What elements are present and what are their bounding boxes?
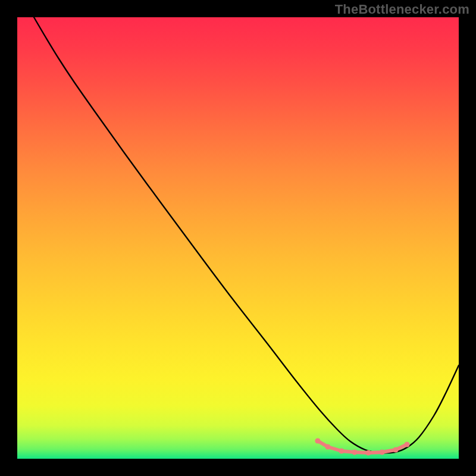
- optimal-highlight-markers: [315, 438, 409, 455]
- watermark-text: TheBottlenecker.com: [335, 2, 469, 17]
- optimal-highlight-dot: [379, 449, 384, 455]
- optimal-highlight-dot: [325, 444, 330, 449]
- optimal-highlight-dot: [393, 447, 398, 452]
- optimal-highlight-dot: [352, 449, 357, 455]
- bottleneck-curve: [34, 17, 459, 453]
- chart-frame: TheBottlenecker.com: [0, 0, 476, 476]
- optimal-highlight-dot: [365, 450, 371, 455]
- optimal-highlight-dot: [339, 448, 344, 453]
- chart-svg: [17, 17, 459, 459]
- optimal-highlight-dot: [315, 438, 320, 443]
- optimal-highlight-dot: [404, 441, 409, 447]
